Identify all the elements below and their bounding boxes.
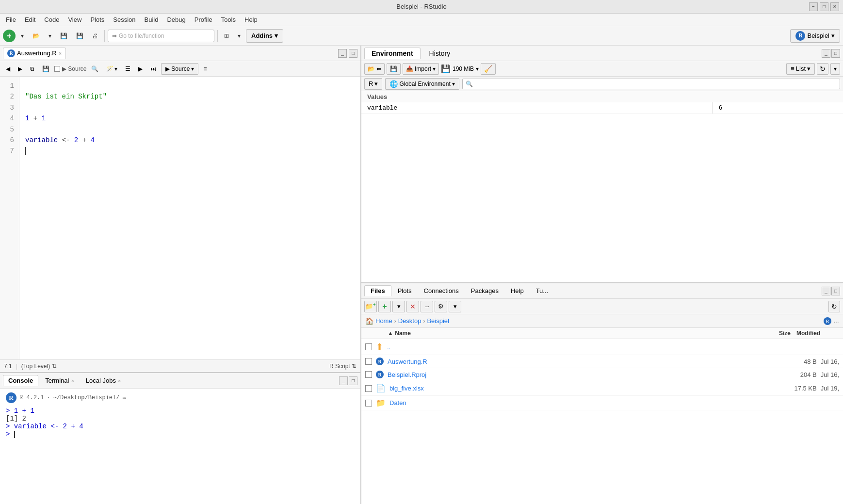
editor-tab-auswertung[interactable]: R Auswertung.R × [3, 48, 66, 59]
breadcrumb-home[interactable]: Home [375, 317, 392, 325]
find-button[interactable]: 🔍 [88, 63, 101, 75]
editor-options-btn[interactable]: ≡ [200, 63, 210, 75]
env-maximize-btn[interactable]: □ [831, 49, 840, 58]
back-button[interactable]: ◀ [3, 63, 13, 75]
name-col-header[interactable]: ▲ Name [375, 330, 752, 337]
minimize-btn[interactable]: − [809, 2, 818, 11]
forward-button[interactable]: ▶ [15, 63, 25, 75]
run-next-chunk-btn[interactable]: ⏭ [147, 63, 159, 75]
layout-button[interactable]: ⊞ [221, 29, 232, 43]
save-workspace-btn[interactable]: 💾 [387, 63, 401, 75]
editor-tab-close[interactable]: × [59, 50, 62, 56]
file-type-indicator[interactable]: R Script ⇅ [329, 363, 357, 370]
code-editor[interactable]: 1 2 3 4 5 6 7 "Das ist ein Skript" 1 [0, 77, 360, 359]
menu-plots[interactable]: Plots [86, 15, 108, 24]
source-checkbox[interactable] [54, 66, 60, 72]
modified-col-header[interactable]: Modified [791, 330, 839, 337]
restore-btn[interactable]: □ [820, 2, 828, 11]
menu-tools[interactable]: Tools [217, 15, 240, 24]
file-checkbox-parent[interactable] [365, 343, 372, 350]
tab-help[interactable]: Help [505, 286, 530, 296]
tab-local-jobs[interactable]: Local Jobs × [81, 375, 126, 386]
console-maximize-btn[interactable]: □ [349, 376, 357, 385]
r-language-btn[interactable]: R ▾ [364, 78, 382, 90]
files-maximize-btn[interactable]: □ [831, 287, 840, 295]
console-prompt-line[interactable]: > [6, 430, 355, 438]
size-col-header[interactable]: Size [752, 330, 791, 337]
add-dropdown-btn[interactable]: ▾ [392, 301, 405, 312]
gear-dropdown-btn[interactable]: ▾ [449, 301, 461, 312]
source-btn[interactable]: ▶ Source ▾ [161, 63, 198, 75]
new-folder-btn[interactable]: 📁+ [364, 301, 377, 312]
move-btn[interactable]: → [421, 301, 433, 312]
env-minimize-btn[interactable]: _ [822, 49, 830, 58]
go-to-file-input[interactable]: ➡ Go to file/function [108, 30, 214, 42]
files-minimize-btn[interactable]: _ [822, 287, 830, 295]
menu-profile[interactable]: Profile [191, 15, 216, 24]
env-search-input[interactable] [462, 79, 840, 89]
menu-debug[interactable]: Debug [163, 15, 189, 24]
tab-environment[interactable]: Environment [364, 48, 421, 59]
project-button[interactable]: R Beispiel ▾ [790, 29, 840, 43]
console-minimize-btn[interactable]: _ [339, 376, 348, 385]
clear-console-btn[interactable]: 🧹 [481, 63, 496, 75]
files-refresh-btn[interactable]: ↻ [828, 301, 840, 312]
tab-terminal[interactable]: Terminal × [40, 375, 79, 386]
tab-console[interactable]: Console [3, 375, 38, 386]
file-checkbox-auswertung[interactable] [365, 358, 372, 365]
run-button[interactable]: ▶ [135, 63, 146, 75]
new-file-dropdown[interactable]: ▾ [17, 29, 27, 43]
breadcrumb-desktop[interactable]: Desktop [398, 317, 422, 325]
global-env-btn[interactable]: 🌐 Global Environment ▾ [385, 78, 459, 90]
list-view-btn[interactable]: ≡ List ▾ [786, 63, 815, 75]
add-file-btn[interactable]: + [378, 301, 391, 312]
menu-build[interactable]: Build [141, 15, 162, 24]
menu-help[interactable]: Help [241, 15, 261, 24]
menu-edit[interactable]: Edit [21, 15, 39, 24]
print-button[interactable]: 🖨 [89, 29, 101, 43]
editor-minimize-btn[interactable]: _ [338, 49, 347, 58]
editor-maximize-btn[interactable]: □ [349, 49, 357, 58]
save-all-button[interactable]: 💾 [73, 29, 87, 43]
tab-packages[interactable]: Packages [465, 286, 504, 296]
menu-session[interactable]: Session [109, 15, 139, 24]
save-button[interactable]: 💾 [57, 29, 71, 43]
breadcrumb-beispiel[interactable]: Beispiel [427, 317, 449, 325]
menu-file[interactable]: File [2, 15, 20, 24]
file-name-daten[interactable]: Daten [389, 399, 797, 406]
file-name-auswertung[interactable]: Auswertung.R [388, 358, 779, 365]
import-btn[interactable]: 📥 Import ▾ [403, 63, 439, 75]
tab-tutorial[interactable]: Tu... [530, 286, 554, 296]
addins-button[interactable]: Addins ▾ [246, 29, 283, 43]
local-jobs-tab-close[interactable]: × [118, 378, 121, 384]
env-options-btn[interactable]: ▾ [830, 63, 840, 75]
gear-btn[interactable]: ⚙ [435, 301, 447, 312]
tab-plots[interactable]: Plots [392, 286, 418, 296]
file-checkbox-bigfive[interactable] [365, 385, 372, 392]
delete-btn[interactable]: ✕ [406, 301, 419, 312]
load-workspace-btn[interactable]: 📂 ⬅ [364, 63, 385, 75]
open-file-button[interactable]: 📂 [29, 29, 43, 43]
terminal-tab-close[interactable]: × [71, 378, 74, 384]
file-checkbox-daten[interactable] [365, 400, 372, 406]
menu-code[interactable]: Code [40, 15, 63, 24]
file-name-beispiel[interactable]: Beispiel.Rproj [388, 371, 779, 378]
show-in-new-window-btn[interactable]: ⧉ [27, 63, 37, 75]
open-file-dropdown[interactable]: ▾ [45, 29, 55, 43]
source-on-save-check[interactable]: ▶ Source [54, 65, 86, 72]
tab-files[interactable]: Files [364, 285, 391, 296]
code-content[interactable]: "Das ist ein Skript" 1 + 1 variable <- 2… [19, 77, 360, 359]
menu-view[interactable]: View [64, 15, 85, 24]
tab-connections[interactable]: Connections [418, 286, 465, 296]
file-checkbox-beispiel[interactable] [365, 371, 372, 378]
file-name-bigfive[interactable]: big_five.xlsx [389, 385, 779, 392]
tab-history[interactable]: History [422, 48, 457, 59]
file-name-parent[interactable]: .. [387, 343, 797, 351]
layout-dropdown[interactable]: ▾ [234, 29, 244, 43]
compile-report-btn[interactable]: ☰ [122, 63, 133, 75]
breadcrumb-more-btn[interactable]: … [833, 317, 839, 325]
save-editor-btn[interactable]: 💾 [39, 63, 52, 75]
close-btn[interactable]: ✕ [830, 2, 839, 11]
code-tools-btn[interactable]: 🪄 ▾ [103, 63, 120, 75]
console-content[interactable]: R R 4.2.1 · ~/Desktop/Beispiel/ ⇒ > 1 + … [0, 389, 360, 504]
